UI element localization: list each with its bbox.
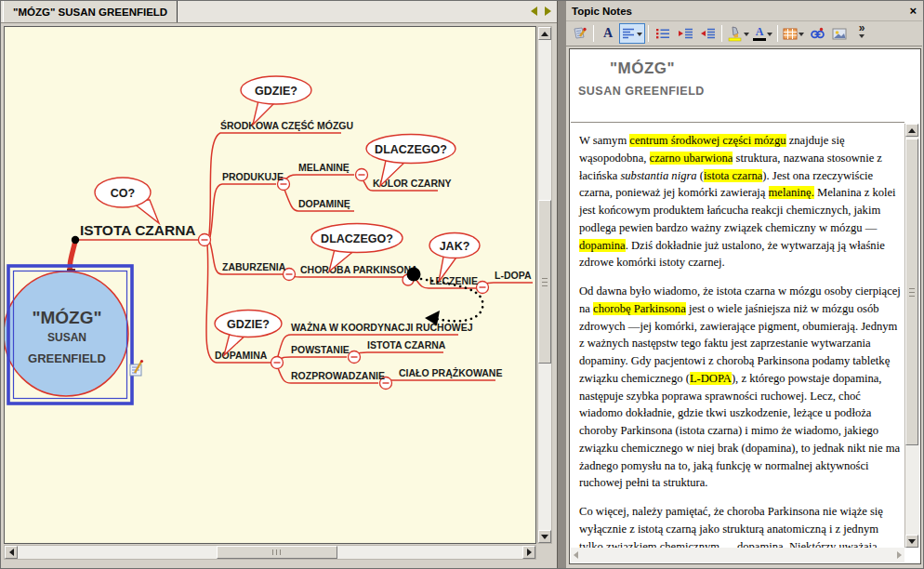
arrow-left-icon xyxy=(6,549,14,556)
collapse-icon xyxy=(349,351,361,364)
map-scroll-left-button[interactable] xyxy=(5,546,18,559)
note-paragraph: W samym centrum środkowej części mózgu z… xyxy=(579,132,901,271)
circle-sub1: SUSAN xyxy=(47,331,86,344)
toolbar-more-button[interactable]: » xyxy=(851,23,873,44)
relationship-endpoint-dot[interactable] xyxy=(407,268,421,282)
chevron-down-icon xyxy=(767,33,772,39)
indent-button[interactable] xyxy=(674,23,696,44)
chevron-down-icon xyxy=(799,33,804,39)
arrow-left-icon xyxy=(570,551,578,559)
topic[interactable]: ISTOTA CZARNA xyxy=(367,339,446,351)
topic[interactable]: MELANINĘ xyxy=(298,162,350,173)
topic[interactable]: ROZPROWADZANIE xyxy=(291,370,385,381)
topic[interactable]: CIAŁO PRĄŻKOWANE xyxy=(399,367,502,378)
map-tab-bar: "MÓZG" SUSAN GREENFIELD xyxy=(1,1,557,23)
notes-panel-title: Topic Notes xyxy=(572,6,632,17)
table-button[interactable] xyxy=(781,23,806,44)
notes-vscrollbar[interactable] xyxy=(904,124,919,548)
topic[interactable]: ZABURZENIA xyxy=(222,261,286,272)
note-paragraph: Co więcej, należy pamiętać, że choroba P… xyxy=(579,503,901,548)
hyperlink-icon xyxy=(810,27,825,40)
toolbar-separator xyxy=(593,25,594,42)
notes-editor[interactable]: "MÓZG" SUSAN GREENFIELD W samym centrum … xyxy=(569,48,921,564)
collapse-icon xyxy=(356,169,368,181)
font-color-button[interactable]: A xyxy=(751,23,774,44)
map-vscrollbar[interactable] xyxy=(537,26,552,544)
hyperlink-button[interactable] xyxy=(806,23,828,44)
more-icon: » xyxy=(859,24,865,42)
topic-main[interactable]: ISTOTA CZARNA xyxy=(80,222,196,238)
bubble-gdzie-top[interactable]: GDZIE? xyxy=(241,76,311,125)
arrow-down-icon xyxy=(908,539,916,548)
topic[interactable]: PRODUKUJE xyxy=(222,171,284,182)
notes-toolbar: A xyxy=(566,21,922,46)
chevron-down-icon xyxy=(637,33,642,39)
map-hscrollbar[interactable] xyxy=(4,545,536,560)
note-paragraphs[interactable]: W samym centrum środkowej części mózgu z… xyxy=(571,124,904,548)
highlighter-icon xyxy=(727,26,743,42)
insert-note-icon xyxy=(572,26,587,42)
topic[interactable]: WAŻNA W KOORDYNACJI RUCHOWEJ xyxy=(291,322,473,333)
mindmap-svg: ISTOTA CZARNA ŚRODKOWA CZĘŚĆ MÓZGU PRODU… xyxy=(5,27,535,543)
note-paragraph: Od dawna było wiadomo, że istota czarna … xyxy=(579,283,901,492)
arrow-right-icon xyxy=(897,551,905,559)
circle-sub2: GREENFIELD xyxy=(28,351,106,365)
topic-notes-pane: Topic Notes × A xyxy=(566,1,924,569)
topic[interactable]: DOPAMINĘ xyxy=(298,198,350,209)
collapse-icon xyxy=(271,357,284,369)
font-color-icon: A xyxy=(753,26,766,41)
chevron-down-icon xyxy=(744,33,749,39)
indent-icon xyxy=(678,27,693,40)
tab-scroll-arrows xyxy=(531,7,551,16)
toolbar-separator xyxy=(648,25,649,42)
topic[interactable]: CHOROBA PARKINSONA xyxy=(300,264,418,275)
map-hscroll-thumb[interactable] xyxy=(217,546,337,559)
collapse-icon xyxy=(477,282,489,294)
toolbar-separator xyxy=(777,25,778,42)
align-button[interactable] xyxy=(619,23,645,44)
collapse-icon xyxy=(199,234,211,246)
tab-scroll-right-icon[interactable] xyxy=(545,7,551,16)
topic[interactable]: ŚRODKOWA CZĘŚĆ MÓZGU xyxy=(220,120,353,131)
callout-dot xyxy=(72,236,79,244)
notes-scroll-down-button[interactable] xyxy=(905,535,918,548)
notes-vscroll-thumb[interactable] xyxy=(905,139,918,445)
circle-title: "MÓZG" xyxy=(32,308,101,327)
map-tab-label: "MÓZG" SUSAN GREENFIELD xyxy=(13,7,167,18)
app-window: "MÓZG" SUSAN GREENFIELD xyxy=(0,0,924,569)
grip-icon xyxy=(272,549,282,555)
pane-splitter[interactable] xyxy=(557,1,566,569)
map-scroll-down-button[interactable] xyxy=(538,530,551,543)
svg-text:GDZIE?: GDZIE? xyxy=(227,318,270,331)
map-scroll-up-button[interactable] xyxy=(538,27,551,40)
map-vscroll-thumb[interactable] xyxy=(538,200,551,364)
map-scroll-right-button[interactable] xyxy=(522,546,535,559)
mindmap-canvas[interactable]: ISTOTA CZARNA ŚRODKOWA CZĘŚĆ MÓZGU PRODU… xyxy=(4,26,536,544)
note-title-block: "MÓZG" SUSAN GREENFIELD xyxy=(571,50,904,123)
arrow-down-icon xyxy=(541,535,548,543)
font-button[interactable]: A xyxy=(597,23,619,44)
insert-note-button[interactable] xyxy=(568,23,590,44)
tab-scroll-left-icon[interactable] xyxy=(531,7,537,16)
notes-hscrollbar[interactable] xyxy=(571,548,904,562)
circle-topic[interactable]: "MÓZG" SUSAN GREENFIELD xyxy=(5,271,128,396)
topic[interactable]: POWSTANIE xyxy=(291,344,350,355)
note-title: "MÓZG" xyxy=(578,60,904,78)
insert-image-button[interactable] xyxy=(828,23,851,44)
svg-text:CO?: CO? xyxy=(111,187,135,200)
outdent-icon xyxy=(700,27,716,40)
highlight-button[interactable] xyxy=(725,23,751,44)
table-icon xyxy=(783,27,798,41)
bubble-co[interactable]: CO? xyxy=(95,178,159,223)
bubble-gdzie-bottom[interactable]: GDZIE? xyxy=(215,311,282,356)
map-tab-active[interactable]: "MÓZG" SUSAN GREENFIELD xyxy=(3,1,178,22)
close-icon[interactable]: × xyxy=(909,5,917,17)
topic[interactable]: DOPAMINA xyxy=(215,350,268,361)
topic[interactable]: L-DOPA xyxy=(495,270,532,281)
arrow-up-icon xyxy=(908,125,916,133)
outdent-button[interactable] xyxy=(696,23,719,44)
notes-scroll-up-button[interactable] xyxy=(905,124,918,137)
bullet-list-button[interactable] xyxy=(652,23,674,44)
arrow-right-icon xyxy=(527,549,535,556)
svg-text:JAK?: JAK? xyxy=(440,240,470,253)
